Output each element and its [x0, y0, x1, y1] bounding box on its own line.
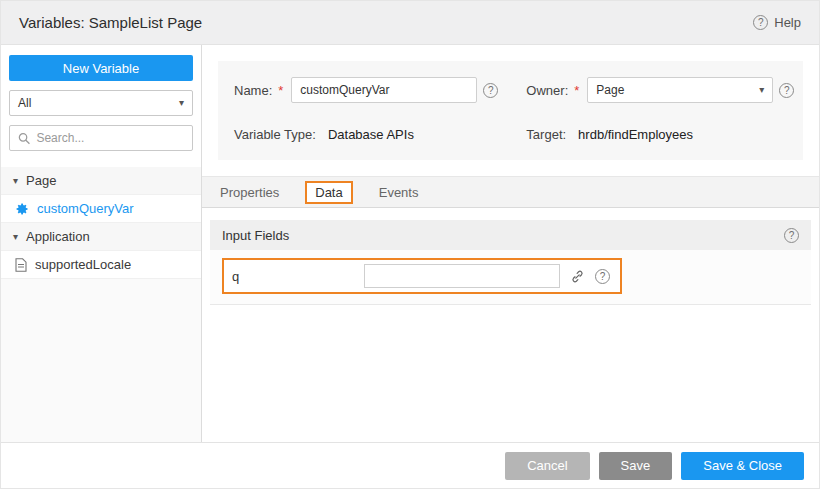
- variable-type-value: Database APIs: [328, 127, 414, 142]
- footer: Cancel Save Save & Close: [1, 442, 819, 488]
- tree-item-label: supportedLocale: [35, 257, 131, 272]
- tree-group-application[interactable]: ▾ Application: [1, 223, 201, 251]
- help-icon[interactable]: ?: [483, 83, 498, 98]
- save-and-close-button[interactable]: Save & Close: [681, 452, 804, 480]
- name-field-group: Name: * ?: [234, 77, 498, 103]
- variable-form: Name: * ? Owner: * Page ▾ ?: [218, 61, 803, 160]
- input-fields-section: Input Fields ? q ?: [210, 220, 811, 305]
- tab-events[interactable]: Events: [379, 185, 419, 200]
- chevron-down-icon: ▾: [13, 176, 18, 186]
- target-label: Target:: [526, 127, 566, 142]
- input-field-row: q ?: [222, 258, 622, 294]
- body: New Variable All ▾ ▾ Page: [1, 45, 819, 442]
- tab-bar: Properties Data Events: [202, 176, 819, 208]
- variable-filter-value: All: [18, 96, 31, 110]
- search-box[interactable]: [9, 125, 193, 151]
- main-filler: [202, 305, 819, 442]
- help-icon[interactable]: ?: [784, 228, 799, 243]
- name-input[interactable]: [291, 77, 477, 103]
- owner-select[interactable]: Page ▾: [587, 77, 773, 103]
- variables-tree: ▾ Page customQueryVar ▾ Application: [1, 167, 201, 279]
- target-group: Target: hrdb/findEmployees: [526, 127, 794, 142]
- search-input[interactable]: [36, 131, 184, 145]
- owner-label: Owner:: [526, 83, 568, 98]
- service-variable-icon: [15, 202, 29, 216]
- page-title: Variables: SampleList Page: [19, 14, 202, 31]
- sidebar-controls: New Variable All ▾: [1, 45, 201, 159]
- owner-value: Page: [596, 83, 624, 97]
- target-value: hrdb/findEmployees: [578, 127, 693, 142]
- new-variable-button[interactable]: New Variable: [9, 55, 193, 81]
- field-name: q: [232, 269, 364, 284]
- tree-item-label: customQueryVar: [37, 201, 134, 216]
- tab-properties[interactable]: Properties: [220, 185, 279, 200]
- required-asterisk: *: [278, 83, 283, 98]
- sidebar-filler: [1, 279, 201, 442]
- main-panel: Name: * ? Owner: * Page ▾ ?: [202, 45, 819, 442]
- bind-link-icon[interactable]: [570, 269, 585, 284]
- variable-filter-select[interactable]: All ▾: [9, 90, 193, 116]
- tree-item-customqueryvar[interactable]: customQueryVar: [1, 195, 201, 223]
- owner-field-group: Owner: * Page ▾ ?: [526, 77, 794, 103]
- help-icon[interactable]: ?: [595, 269, 610, 284]
- tree-item-supportedlocale[interactable]: supportedLocale: [1, 251, 201, 279]
- help-button[interactable]: ? Help: [753, 15, 801, 30]
- name-label: Name:: [234, 83, 272, 98]
- input-fields-header: Input Fields ?: [210, 220, 811, 250]
- search-icon: [18, 132, 30, 145]
- help-label: Help: [774, 15, 801, 30]
- header: Variables: SampleList Page ? Help: [1, 1, 819, 45]
- variable-type-group: Variable Type: Database APIs: [234, 127, 498, 142]
- required-asterisk: *: [574, 83, 579, 98]
- cancel-button[interactable]: Cancel: [505, 452, 589, 480]
- locale-variable-icon: [15, 258, 27, 272]
- tree-group-label: Page: [26, 173, 56, 188]
- tree-group-page[interactable]: ▾ Page: [1, 167, 201, 195]
- help-icon: ?: [753, 15, 768, 30]
- help-icon[interactable]: ?: [779, 83, 794, 98]
- input-fields-body: q ?: [210, 250, 811, 305]
- chevron-down-icon: ▾: [179, 98, 184, 108]
- tree-group-label: Application: [26, 229, 90, 244]
- sidebar: New Variable All ▾ ▾ Page: [1, 45, 202, 442]
- field-value-input[interactable]: [364, 264, 560, 288]
- chevron-down-icon: ▾: [759, 85, 764, 95]
- tab-data[interactable]: Data: [305, 181, 352, 204]
- chevron-down-icon: ▾: [13, 232, 18, 242]
- variable-type-label: Variable Type:: [234, 127, 316, 142]
- save-button[interactable]: Save: [599, 452, 673, 480]
- variables-dialog: Variables: SampleList Page ? Help New Va…: [0, 0, 820, 489]
- input-fields-title: Input Fields: [222, 228, 289, 243]
